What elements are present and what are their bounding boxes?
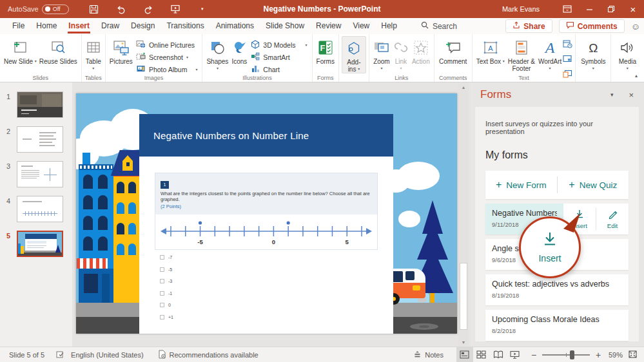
- restore-button[interactable]: [600, 0, 622, 18]
- fit-slide-to-window-icon[interactable]: [628, 350, 638, 360]
- tab-slide-show[interactable]: Slide Show: [260, 19, 310, 33]
- action-icon: [413, 38, 429, 57]
- normal-view-button[interactable]: [456, 347, 473, 362]
- new-form-button[interactable]: + New Form: [485, 171, 557, 199]
- tab-view[interactable]: View: [347, 19, 375, 33]
- redo-icon[interactable]: [142, 3, 154, 15]
- checkbox-icon: [160, 267, 164, 272]
- zoom-in-button[interactable]: +: [594, 350, 602, 360]
- scroll-down-icon[interactable]: ▼: [458, 338, 469, 347]
- tab-animations[interactable]: Animations: [210, 19, 260, 33]
- collapse-ribbon-icon[interactable]: ▾: [635, 73, 638, 79]
- start-slideshow-icon[interactable]: [170, 3, 181, 15]
- spell-check-icon[interactable]: [56, 350, 66, 359]
- pictures-button[interactable]: Pictures: [108, 36, 134, 65]
- icons-button[interactable]: Icons: [229, 36, 249, 65]
- pictures-icon: [112, 38, 130, 57]
- awning-shape: [77, 258, 108, 269]
- zoom-slider[interactable]: [542, 354, 590, 356]
- powerpoint-window: AutoSave Off ▾ Negative Numbers - PowerP…: [0, 0, 644, 362]
- symbols-button[interactable]: Ω Symbols▾: [578, 36, 608, 72]
- slide-thumbnail-5-selected[interactable]: 5: [0, 231, 72, 257]
- tab-transitions[interactable]: Transitions: [161, 19, 210, 33]
- new-quiz-label: New Quiz: [580, 180, 618, 190]
- tab-file[interactable]: File: [6, 19, 30, 33]
- choice-label: -1: [168, 291, 172, 296]
- slide-canvas[interactable]: Negative Numbers on Number Line 1 What a…: [76, 93, 457, 334]
- new-quiz-button[interactable]: + New Quiz: [558, 171, 629, 199]
- tab-home[interactable]: Home: [30, 19, 63, 33]
- edit-form-button[interactable]: Edit: [596, 204, 629, 234]
- recommendations-button[interactable]: Recommendations available: [158, 350, 259, 360]
- pane-options-chevron-icon[interactable]: ▾: [610, 91, 614, 98]
- customize-qat-chevron-icon[interactable]: ▾: [197, 3, 208, 15]
- form-list-item-4[interactable]: Upcoming Class Morale Ideas 8/2/2018: [485, 310, 629, 341]
- chart-button[interactable]: Chart: [249, 64, 309, 75]
- autosave-toggle[interactable]: AutoSave Off: [8, 5, 69, 14]
- comments-button[interactable]: Comments: [559, 19, 625, 33]
- group-media: Media▾: [611, 34, 643, 82]
- smartart-button[interactable]: SmartArt: [249, 52, 309, 62]
- group-links: Zoom▾ Link▾ Action Links: [369, 34, 434, 82]
- slide-sorter-view-button[interactable]: [473, 347, 490, 362]
- zoom-icon: [373, 38, 390, 57]
- notes-button[interactable]: Notes: [413, 350, 444, 359]
- save-icon[interactable]: [88, 3, 100, 15]
- zoom-button[interactable]: Zoom▾: [372, 36, 391, 72]
- wordart-button[interactable]: A WordArt▾: [537, 36, 563, 72]
- insert-callout-button[interactable]: Insert: [519, 216, 581, 278]
- share-button[interactable]: Share: [505, 19, 552, 33]
- comments-label: Comments: [578, 22, 618, 31]
- screenshot-button[interactable]: Screenshot ▾: [134, 52, 200, 62]
- autosave-state: Off: [53, 6, 61, 12]
- zoom-percent[interactable]: 59%: [609, 351, 623, 359]
- photo-album-button[interactable]: Photo Album ▾: [134, 64, 200, 75]
- account-user-name[interactable]: Mark Evans: [502, 5, 540, 13]
- title-bar: AutoSave Off ▾ Negative Numbers - PowerP…: [0, 0, 644, 18]
- table-button[interactable]: Table▾: [84, 36, 102, 72]
- feedback-smiley-icon[interactable]: ☺: [631, 21, 640, 32]
- tab-help[interactable]: Help: [375, 19, 403, 33]
- choice-label: -5: [168, 267, 172, 272]
- tab-draw[interactable]: Draw: [95, 19, 125, 33]
- new-slide-button[interactable]: New Slide ▾: [3, 36, 38, 65]
- slide-thumbnail-1[interactable]: 1: [0, 91, 72, 118]
- 3d-models-button[interactable]: 3D Models ▾: [249, 39, 309, 50]
- reading-view-button[interactable]: [490, 347, 507, 362]
- reuse-slides-button[interactable]: Reuse Slides: [38, 36, 79, 65]
- forms-button[interactable]: F Forms: [315, 36, 336, 65]
- slide-thumbnail-4[interactable]: 4: [0, 196, 72, 222]
- tab-insert[interactable]: Insert: [63, 19, 95, 33]
- media-button[interactable]: Media▾: [614, 36, 641, 72]
- form-list-item-3[interactable]: Quick test: adjectives vs adverbs 8/19/2…: [485, 274, 629, 305]
- text-box-button[interactable]: A Text Box ▾: [475, 36, 506, 65]
- minimize-button[interactable]: [578, 0, 600, 18]
- vertical-scrollbar[interactable]: ▲ ▼: [458, 82, 469, 347]
- online-pictures-button[interactable]: Online Pictures: [134, 39, 200, 50]
- share-label: Share: [523, 22, 545, 31]
- close-button[interactable]: ×: [622, 0, 644, 18]
- comment-button[interactable]: Comment: [437, 36, 469, 65]
- autosave-pill[interactable]: Off: [42, 5, 69, 14]
- zoom-out-button[interactable]: −: [530, 350, 538, 360]
- zoom-slider-thumb[interactable]: [570, 350, 574, 359]
- language-selector[interactable]: English (United States): [71, 351, 144, 359]
- slide-show-view-button[interactable]: [507, 347, 523, 362]
- slide-thumbnail-2[interactable]: 2: [0, 126, 72, 153]
- scrollbar-thumb[interactable]: [460, 263, 467, 330]
- slide-number-icon[interactable]: [563, 54, 572, 66]
- ribbon-display-options-icon[interactable]: [556, 0, 578, 18]
- header-footer-button[interactable]: Header & Footer: [506, 36, 537, 72]
- choice-label: -7: [168, 255, 172, 260]
- tab-review[interactable]: Review: [310, 19, 347, 33]
- pane-close-icon[interactable]: ×: [629, 90, 634, 100]
- undo-icon[interactable]: [115, 3, 127, 15]
- shapes-button[interactable]: Shapes▾: [205, 36, 229, 72]
- search-box[interactable]: Search: [421, 21, 457, 31]
- scroll-up-icon[interactable]: ▲: [458, 82, 469, 91]
- add-ins-button[interactable]: Add-ins ▾: [342, 36, 366, 73]
- slide-thumbnail-3[interactable]: 3: [0, 161, 72, 187]
- date-time-icon[interactable]: [563, 39, 572, 51]
- tab-design[interactable]: Design: [125, 19, 161, 33]
- choice-row: -1: [160, 291, 173, 296]
